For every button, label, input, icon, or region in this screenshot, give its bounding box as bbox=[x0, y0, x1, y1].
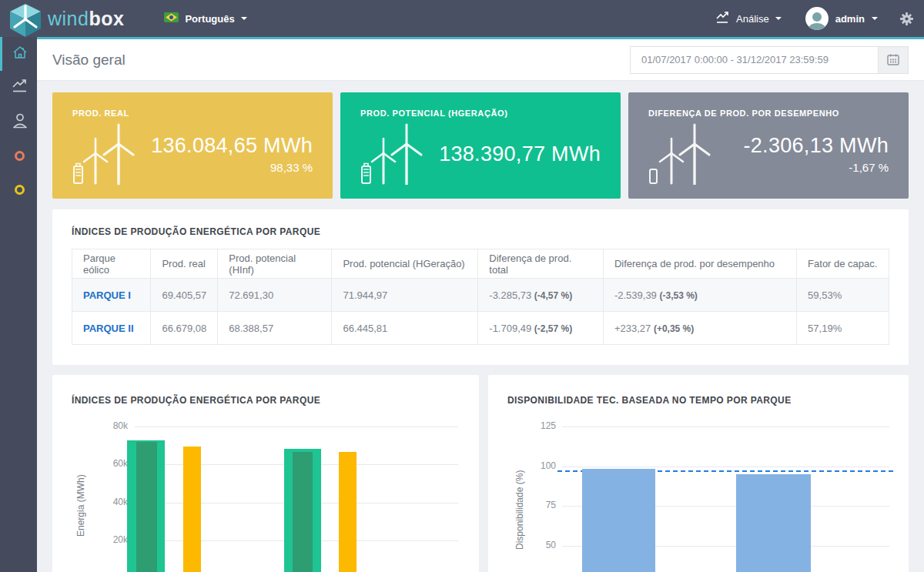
column-header: Prod. real bbox=[151, 249, 218, 279]
table-row: PARQUE II 66.679,08 68.388,57 66.445,81 … bbox=[72, 312, 889, 345]
cell-prod-real: 69.405,57 bbox=[151, 279, 218, 312]
sidebar-nav bbox=[0, 37, 37, 572]
kpi-title: PROD. POTENCIAL (HGERAÇÃO) bbox=[360, 109, 507, 118]
bar-PARQUE I bbox=[136, 442, 157, 572]
sidebar-item-alerts[interactable] bbox=[0, 139, 37, 172]
table-title: ÍNDICES DE PRODUÇÃO ENERGÉTICA POR PARQU… bbox=[72, 226, 889, 237]
cell-prod-hinf: 72.691,30 bbox=[218, 279, 332, 312]
cell-capacity: 57,19% bbox=[797, 312, 889, 345]
user-avatar[interactable] bbox=[805, 7, 829, 30]
cell-capacity: 59,53% bbox=[797, 279, 889, 312]
cell-diff-total: -3.285,73 (-4,57 %) bbox=[478, 279, 604, 312]
gridline bbox=[562, 467, 889, 467]
park-link[interactable]: PARQUE I bbox=[83, 289, 131, 301]
production-table-card: ÍNDICES DE PRODUÇÃO ENERGÉTICA POR PARQU… bbox=[52, 209, 909, 365]
table-row: PARQUE I 69.405,57 72.691,30 71.944,97 -… bbox=[72, 279, 889, 312]
bar-PARQUE I bbox=[582, 469, 655, 572]
kpi-value: 138.390,77 MWh bbox=[439, 142, 601, 166]
user-menu[interactable]: admin bbox=[835, 13, 865, 25]
energy-bar-chart: 20k40k60k80k bbox=[52, 375, 479, 572]
cell-prod-hger: 66.445,81 bbox=[332, 312, 478, 345]
park-link[interactable]: PARQUE II bbox=[83, 323, 134, 334]
chevron-down-icon bbox=[241, 17, 247, 20]
kpi-card-diferenca: DIFERENÇA DE PROD. POR DESEMPENHO -2.306… bbox=[628, 92, 909, 199]
availability-bar-chart: 5075100125 bbox=[488, 375, 909, 572]
gridline bbox=[135, 426, 458, 427]
column-header: Parque eólico bbox=[72, 249, 151, 279]
main-content: Visão geral 01/07/2017 0:00:00 - 31/12/2… bbox=[37, 37, 924, 572]
production-table: Parque eólico Prod. real Prod. potencial… bbox=[72, 249, 889, 345]
sidebar-item-users[interactable] bbox=[0, 105, 37, 139]
y-tick-label: 125 bbox=[488, 420, 556, 431]
cell-prod-hinf: 68.388,57 bbox=[218, 312, 332, 345]
charts-row: ÍNDICES DE PRODUÇÃO ENERGÉTICA POR PARQU… bbox=[52, 375, 909, 572]
settings-gear-icon[interactable] bbox=[900, 12, 913, 25]
user-icon bbox=[12, 112, 28, 132]
red-circle-icon bbox=[15, 151, 25, 161]
availability-chart-card: DISPONIBILIDADE TEC. BASEADA NO TEMPO PO… bbox=[488, 375, 909, 572]
wind-turbine-icon bbox=[645, 122, 716, 188]
wind-turbine-icon bbox=[357, 122, 428, 188]
language-label: Português bbox=[185, 13, 234, 25]
cell-diff-perf: +233,27 (+0,35 %) bbox=[603, 312, 796, 345]
energy-chart-card: ÍNDICES DE PRODUÇÃO ENERGÉTICA POR PARQU… bbox=[52, 375, 479, 572]
y-tick-label: 40k bbox=[52, 497, 128, 507]
y-tick-label: 80k bbox=[52, 420, 128, 431]
cell-prod-real: 66.679,08 bbox=[151, 312, 218, 345]
home-icon bbox=[12, 44, 28, 64]
cell-diff-total: -1.709,49 (-2,57 %) bbox=[478, 312, 604, 345]
top-navbar: windbox Português Análise bbox=[0, 0, 924, 37]
windbox-logo-icon bbox=[8, 2, 43, 40]
bar-PARQUE II bbox=[736, 474, 811, 572]
table-header-row: Parque eólico Prod. real Prod. potencial… bbox=[72, 249, 889, 279]
cell-diff-perf: -2.539,39 (-3,53 %) bbox=[603, 279, 796, 312]
chevron-down-icon bbox=[775, 17, 782, 20]
column-header: Prod. potencial (HInf) bbox=[218, 249, 332, 279]
cell-prod-hger: 71.944,97 bbox=[332, 279, 478, 312]
yellow-circle-icon bbox=[15, 185, 25, 195]
y-tick-label: 20k bbox=[52, 534, 128, 545]
kpi-title: PROD. REAL bbox=[72, 109, 129, 118]
bar-PARQUE I bbox=[183, 447, 201, 572]
bar-PARQUE II bbox=[339, 452, 357, 572]
gridline bbox=[562, 426, 889, 427]
sidebar-item-home[interactable] bbox=[0, 37, 37, 71]
column-header: Diferença de prod. total bbox=[478, 249, 604, 279]
kpi-title: DIFERENÇA DE PROD. POR DESEMPENHO bbox=[648, 109, 839, 118]
column-header: Prod. potencial (HGeração) bbox=[332, 249, 478, 279]
page-title: Visão geral bbox=[52, 52, 126, 69]
trend-chart-icon bbox=[716, 12, 730, 26]
brand-wordmark: windbox bbox=[48, 8, 124, 30]
analysis-menu[interactable]: Análise bbox=[716, 12, 782, 26]
kpi-subvalue: 98,33 % bbox=[270, 161, 313, 174]
y-tick-label: 60k bbox=[52, 458, 128, 469]
calendar-icon bbox=[887, 54, 899, 65]
line-chart-icon bbox=[12, 79, 28, 96]
bar-PARQUE II bbox=[293, 452, 313, 572]
brazil-flag-icon bbox=[164, 12, 179, 25]
y-tick-label: 100 bbox=[488, 460, 556, 471]
sidebar-item-analytics[interactable] bbox=[0, 71, 37, 105]
sidebar-item-warnings[interactable] bbox=[0, 172, 37, 206]
date-range-input[interactable]: 01/07/2017 0:00:00 - 31/12/2017 23:59:59 bbox=[630, 46, 878, 74]
language-selector[interactable]: Português bbox=[164, 12, 246, 25]
kpi-value: 136.084,65 MWh bbox=[151, 134, 313, 158]
wind-turbine-icon bbox=[69, 122, 140, 188]
kpi-card-prod-real: PROD. REAL 136.084,65 MWh 98,33 % bbox=[52, 92, 333, 199]
kpi-cards-row: PROD. REAL 136.084,65 MWh 98,33 % bbox=[52, 92, 909, 199]
date-range-control: 01/07/2017 0:00:00 - 31/12/2017 23:59:59 bbox=[630, 46, 909, 74]
column-header: Fator de capac. bbox=[797, 249, 889, 279]
chevron-down-icon bbox=[872, 17, 878, 20]
kpi-subvalue: -1,67 % bbox=[849, 161, 889, 174]
kpi-value: -2.306,13 MWh bbox=[744, 134, 889, 158]
page-header: Visão geral 01/07/2017 0:00:00 - 31/12/2… bbox=[37, 39, 924, 81]
calendar-button[interactable] bbox=[878, 46, 909, 74]
kpi-card-prod-potencial: PROD. POTENCIAL (HGERAÇÃO) 138.390,77 MW… bbox=[340, 92, 621, 199]
analysis-label: Análise bbox=[736, 13, 769, 25]
column-header: Diferença de prod. por desempenho bbox=[603, 249, 796, 279]
y-tick-label: 75 bbox=[488, 500, 556, 510]
y-tick-label: 50 bbox=[488, 540, 556, 550]
